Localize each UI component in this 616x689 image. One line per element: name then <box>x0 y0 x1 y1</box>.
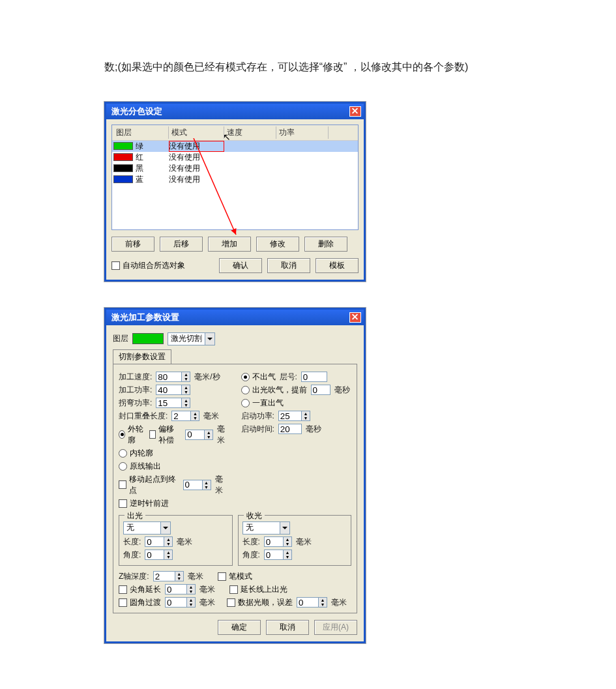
seal-input[interactable]: ▲▼ <box>171 411 199 421</box>
table-row[interactable]: 黑 没有使用 <box>112 163 358 174</box>
move-start-checkbox[interactable]: 移动起点到终点 <box>119 474 179 496</box>
orig-output-radio[interactable]: 原线输出 <box>119 461 161 472</box>
move-forward-button[interactable]: 前移 <box>111 237 154 252</box>
intro-text: 数;(如果选中的颜色已经有模式存在，可以选择“修改” ，以修改其中的各个参数) <box>104 59 512 76</box>
tab-cut-params[interactable]: 切割参数设置 <box>113 349 171 364</box>
dialog1-titlebar[interactable]: 激光分色设定 <box>106 104 364 119</box>
col-layer: 图层 <box>113 126 169 139</box>
always-air-radio[interactable]: 一直出气 <box>241 398 284 409</box>
auto-group-checkbox[interactable]: 自动组合所选对象 <box>111 260 185 271</box>
close-icon[interactable] <box>349 312 361 323</box>
out-dropdown[interactable]: 无 <box>123 521 171 535</box>
delete-button[interactable]: 删除 <box>304 237 347 252</box>
in-ang-input[interactable]: ▲▼ <box>264 550 292 560</box>
arc-trans-checkbox[interactable]: 圆角过渡 <box>119 597 161 608</box>
swatch-blue <box>113 175 133 183</box>
inner-contour-radio[interactable]: 内轮廓 <box>119 448 153 459</box>
outer-contour-radio[interactable]: 外轮廓 <box>119 424 145 446</box>
pen-mode-checkbox[interactable]: 笔模式 <box>218 571 252 582</box>
laser-param-dialog: 激光加工参数设置 图层 激光切割 切割参数设置 <box>104 308 366 643</box>
ok-button[interactable]: 确认 <box>219 258 262 273</box>
cursor-icon: ↖ <box>223 132 231 142</box>
list-header: 图层 模式 速度 功率 <box>112 125 358 141</box>
air-advance-input[interactable] <box>311 385 330 395</box>
corner-power-input[interactable]: ▲▼ <box>156 398 190 408</box>
chevron-down-icon[interactable] <box>280 522 289 534</box>
power-label: 加工功率: <box>119 385 152 396</box>
sharp-ext-input[interactable]: ▲▼ <box>165 584 196 594</box>
col-speed: 速度 <box>224 126 276 139</box>
start-time-input[interactable] <box>278 424 302 434</box>
table-row[interactable]: 红 没有使用 <box>112 152 358 163</box>
col-power: 功率 <box>276 126 329 139</box>
tab-strip: 切割参数设置 <box>113 349 357 364</box>
cancel-button[interactable]: 取消 <box>267 258 310 273</box>
layer-label: 图层 <box>113 333 128 344</box>
swatch-black <box>113 164 133 172</box>
chevron-down-icon[interactable] <box>160 522 170 534</box>
apply-button[interactable]: 应用(A) <box>314 620 357 635</box>
air-advance-radio[interactable]: 出光吹气，提前 <box>241 385 307 396</box>
mode-cell-selected: 没有使用 <box>169 141 224 152</box>
in-dropdown[interactable]: 无 <box>242 521 290 535</box>
start-power-input[interactable]: ▲▼ <box>278 411 310 421</box>
zdepth-input[interactable]: ▲▼ <box>153 571 184 581</box>
color-layer-dialog: 激光分色设定 图层 模式 速度 功率 绿 没有使用 红 没有使用 <box>104 102 366 282</box>
ext-line-light-checkbox[interactable]: 延长线上出光 <box>229 584 287 595</box>
offset-comp-input[interactable]: ▲▼ <box>185 430 213 440</box>
swatch-red <box>113 153 133 161</box>
sharp-ext-checkbox[interactable]: 尖角延长 <box>119 584 161 595</box>
smooth-input[interactable]: ▲▼ <box>297 597 327 608</box>
add-button[interactable]: 增加 <box>208 237 251 252</box>
dialog2-titlebar[interactable]: 激光加工参数设置 <box>106 310 364 325</box>
in-len-input[interactable]: ▲▼ <box>264 536 292 547</box>
in-light-group: 收光 无 长度: ▲▼ 毫米 角度: ▲▼ <box>238 515 352 566</box>
corner-power-label: 拐弯功率: <box>119 398 152 409</box>
table-row[interactable]: 蓝 没有使用 <box>112 174 358 185</box>
mode-dropdown[interactable]: 激光切割 <box>168 332 215 345</box>
chevron-down-icon[interactable] <box>205 333 214 345</box>
seal-label: 封口重叠长度: <box>119 411 168 422</box>
dialog1-title: 激光分色设定 <box>111 106 162 117</box>
out-len-input[interactable]: ▲▼ <box>145 536 173 547</box>
out-ang-input[interactable]: ▲▼ <box>145 550 173 560</box>
power-input[interactable]: ▲▼ <box>156 385 190 395</box>
speed-input[interactable]: ▲▼ <box>156 372 190 382</box>
layer-list[interactable]: 图层 模式 速度 功率 绿 没有使用 红 没有使用 黑 没有使用 <box>111 125 359 230</box>
offset-comp-checkbox[interactable]: 偏移补偿 <box>149 424 182 446</box>
swatch-green <box>113 142 133 150</box>
move-start-input[interactable]: ▲▼ <box>183 480 211 490</box>
layer-num-input[interactable] <box>301 372 327 382</box>
col-mode: 模式 <box>169 126 224 139</box>
ccw-checkbox[interactable]: 逆时针前进 <box>119 498 169 509</box>
arc-trans-input[interactable]: ▲▼ <box>165 597 196 608</box>
out-light-group: 出光 无 长度: ▲▼ 毫米 角度: ▲▼ <box>119 515 233 566</box>
dialog2-title: 激光加工参数设置 <box>111 312 179 323</box>
move-backward-button[interactable]: 后移 <box>160 237 203 252</box>
cancel-button[interactable]: 取消 <box>266 620 309 635</box>
template-button[interactable]: 模板 <box>315 258 359 273</box>
layer-color-swatch <box>132 333 164 344</box>
edit-button[interactable]: 修改 <box>256 237 299 252</box>
close-icon[interactable] <box>349 106 361 117</box>
table-row[interactable]: 绿 没有使用 <box>112 141 358 152</box>
ok-button[interactable]: 确定 <box>218 620 261 635</box>
smooth-checkbox[interactable]: 数据光顺，误差 <box>227 597 293 608</box>
speed-label: 加工速度: <box>119 372 152 383</box>
noair-radio[interactable]: 不出气 <box>241 372 276 383</box>
